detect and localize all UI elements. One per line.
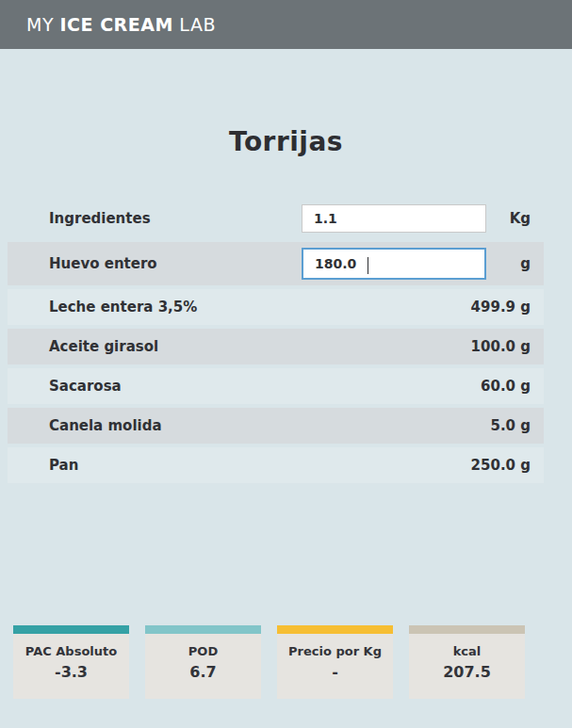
stat-card-precio: Precio por Kg -: [277, 625, 393, 699]
stat-value: 6.7: [145, 663, 261, 681]
ingredients-list: Ingredientes Kg Huevo entero g Leche ent…: [8, 199, 544, 483]
ingredient-name: Sacarosa: [49, 378, 122, 395]
app-header: MY ICE CREAM LAB: [0, 0, 572, 49]
app-page: { "header": { "brand": { "prefix": "MY "…: [0, 0, 572, 728]
ingredient-name: Leche entera 3,5%: [49, 299, 197, 315]
stat-value: 207.5: [409, 663, 525, 681]
stat-accent-bar: [277, 625, 393, 634]
edited-ingredient-label: Huevo entero: [49, 255, 302, 272]
ingredient-amount: 60.0 g: [481, 378, 531, 395]
stat-value: -3.3: [13, 663, 129, 681]
stat-label: PAC Absoluto: [13, 644, 129, 658]
ingredient-row: Aceite girasol 100.0 g: [8, 329, 544, 364]
ingredient-amount: 5.0 g: [490, 417, 531, 434]
brand-bold: ICE CREAM: [60, 14, 173, 35]
stat-label: POD: [145, 644, 261, 658]
stat-card-kcal: kcal 207.5: [409, 625, 525, 699]
ingredient-name: Canela molida: [49, 417, 162, 434]
text-cursor: [368, 257, 368, 274]
total-amount-input[interactable]: [302, 204, 486, 233]
total-amount-label: Ingredientes: [49, 210, 302, 227]
stat-accent-bar: [13, 625, 129, 634]
brand-suffix: LAB: [173, 14, 216, 35]
stat-card-pac: PAC Absoluto -3.3: [13, 625, 129, 699]
brand-logo[interactable]: MY ICE CREAM LAB: [26, 14, 216, 35]
ingredient-name: Aceite girasol: [49, 338, 158, 355]
edited-ingredient-input[interactable]: [302, 248, 486, 280]
stats-row: PAC Absoluto -3.3 POD 6.7 Precio por Kg …: [13, 625, 525, 699]
brand-prefix: MY: [26, 14, 60, 35]
total-amount-unit: Kg: [486, 210, 531, 227]
ingredient-amount: 499.9 g: [471, 299, 531, 315]
ingredient-amount: 100.0 g: [471, 338, 531, 355]
stat-accent-bar: [409, 625, 525, 634]
ingredient-amount: 250.0 g: [471, 457, 531, 474]
stat-label: kcal: [409, 644, 525, 658]
edited-ingredient-unit: g: [486, 255, 531, 272]
total-amount-row: Ingredientes Kg: [8, 199, 544, 238]
ingredient-row: Sacarosa 60.0 g: [8, 368, 544, 404]
ingredient-row: Pan 250.0 g: [8, 447, 544, 483]
ingredient-row: Canela molida 5.0 g: [8, 408, 544, 444]
ingredient-name: Pan: [49, 457, 78, 474]
stat-label: Precio por Kg: [277, 644, 393, 658]
stat-value: -: [277, 663, 393, 681]
page-title: Torrijas: [0, 126, 572, 157]
stat-card-pod: POD 6.7: [145, 625, 261, 699]
ingredient-row: Leche entera 3,5% 499.9 g: [8, 289, 544, 325]
edited-ingredient-row: Huevo entero g: [8, 242, 544, 285]
stat-accent-bar: [145, 625, 261, 634]
